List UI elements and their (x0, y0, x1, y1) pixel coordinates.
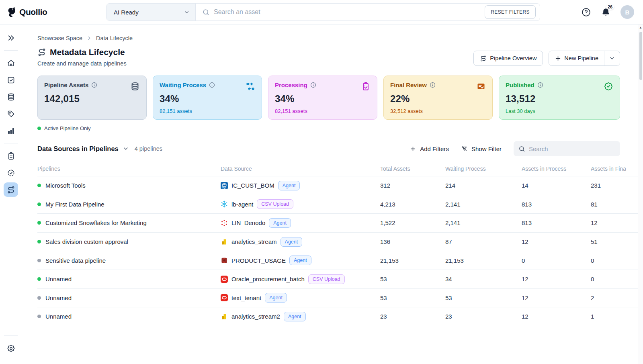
pipelines-count: 4 pipelines (135, 145, 162, 152)
table-row[interactable]: Unnamed text_tenant Agent 53 53 12 2 (37, 289, 643, 308)
status-dot (37, 277, 41, 281)
table-row[interactable]: Unnamed analytics_stream2 Agent 23 23 12… (37, 307, 643, 326)
stat-label: Published (506, 82, 534, 88)
assets-in-process-value: 12 (522, 276, 591, 282)
assets-in-final-value: 81 (591, 201, 626, 208)
chevron-down-icon (123, 145, 129, 152)
source-name: IC_CUST_BOM (231, 182, 274, 189)
waiting-process-value: 23 (445, 313, 522, 320)
sidebar-item-approvals[interactable] (4, 166, 18, 180)
page-title: Metadata Lifecycle (37, 47, 127, 57)
assets-in-final-value: 231 (591, 182, 626, 189)
show-filter-button[interactable]: Show Filter (461, 145, 502, 152)
pipeline-name: Sensitive data pipeline (45, 257, 106, 264)
source-name: PRODUCT_USAGE (231, 257, 286, 264)
snowflake-icon (221, 200, 228, 208)
table-row[interactable]: Microsoft Tools SQL IC_CUST_BOM Agent 31… (37, 176, 643, 195)
help-button[interactable] (581, 7, 591, 17)
stat-card-published[interactable]: Published 13,512 Last 30 days (499, 76, 620, 120)
notifications-button[interactable]: 26 (601, 7, 611, 17)
waiting-process-value: 53 (445, 294, 522, 301)
waiting-process-value: 2,141 (445, 219, 522, 226)
sidebar-item-tags[interactable] (4, 106, 18, 121)
col-assets-in-process: Assets in Process (522, 166, 591, 172)
table-row[interactable]: Customized Snowflakes for Marketing LIN_… (37, 214, 643, 233)
stat-value: 142,015 (44, 93, 140, 104)
stat-sub: Last 30 days (506, 108, 613, 114)
stat-card-processing[interactable]: Processing 34% 82,151 assets (268, 76, 377, 120)
waiting-process-value: 214 (445, 182, 522, 189)
sidebar-expand-button[interactable] (4, 31, 18, 45)
body: Showcase Space Data Lifecycle Metadata L… (0, 25, 643, 364)
table-row[interactable]: My First Data Pipeline lb-agent CSV Uplo… (37, 195, 643, 214)
table-controls: Data Sources in Pipelines 4 pipelines Ad… (37, 141, 620, 156)
gear-icon (7, 344, 15, 353)
sidebar-item-tasks[interactable] (4, 73, 18, 87)
page-title-text: Metadata Lifecycle (50, 47, 125, 57)
sidebar-item-pipelines[interactable] (4, 182, 18, 197)
swap-arrows-icon (246, 82, 255, 91)
info-icon[interactable] (430, 82, 436, 88)
info-icon[interactable] (537, 82, 543, 88)
show-filter-label: Show Filter (471, 145, 502, 152)
table-title-dropdown[interactable]: Data Sources in Pipelines (37, 145, 129, 153)
powerbi-icon (221, 313, 228, 320)
waiting-process-value: 34 (445, 276, 522, 282)
source-badge: Agent (281, 237, 303, 247)
table-search-input[interactable] (529, 145, 615, 152)
source-name: analytics_stream2 (231, 313, 280, 320)
breadcrumb-data-lifecycle[interactable]: Data Lifecycle (96, 35, 133, 41)
add-filters-button[interactable]: Add Filters (410, 145, 449, 152)
sidebar-item-analytics[interactable] (4, 123, 18, 138)
tag-icon (7, 110, 15, 118)
clipboard-check-icon (361, 82, 371, 91)
home-icon (7, 59, 15, 67)
search-input[interactable] (214, 8, 481, 16)
stat-card-final-review[interactable]: Final Review 22% 32,512 assets (383, 76, 493, 120)
reset-filters-button[interactable]: RESET FILTERS (485, 5, 536, 19)
vertical-scrollbar[interactable]: ▲ (638, 25, 643, 364)
new-pipeline-button[interactable]: New Pipeline (549, 51, 604, 65)
table-row[interactable]: Sales division custom approval analytics… (37, 233, 643, 252)
pipeline-overview-button[interactable]: Pipeline Overview (473, 51, 543, 66)
sidebar-item-reports[interactable] (4, 149, 18, 163)
assets-in-process-value: 12 (522, 313, 591, 320)
pipeline-name: Unnamed (45, 313, 72, 320)
stat-sub: 82,151 assets (160, 108, 255, 114)
waiting-process-value: 2,141 (445, 201, 522, 208)
pipeline-name: Microsoft Tools (45, 182, 86, 189)
sidebar-item-home[interactable] (4, 56, 18, 70)
stat-card-pipeline-assets[interactable]: Pipeline Assets 142,015 (37, 76, 147, 120)
source-badge: Agent (284, 312, 306, 321)
scope-select[interactable]: AI Ready (106, 4, 196, 20)
info-icon[interactable] (209, 82, 215, 88)
new-pipeline-menu-button[interactable] (604, 51, 620, 65)
col-assets-in-final-review: Assets in Final Review (591, 166, 626, 172)
user-avatar[interactable]: B (620, 5, 634, 19)
info-icon[interactable] (310, 82, 316, 88)
scroll-up-arrow-icon[interactable]: ▲ (639, 26, 642, 29)
pipelines-table: Pipelines Data Source Total Assets Waiti… (37, 161, 643, 326)
stat-card-waiting-process[interactable]: Waiting Process 34% 82,151 assets (153, 76, 262, 120)
stat-sub: 82,151 assets (275, 108, 371, 114)
stat-label: Processing (275, 82, 307, 88)
stat-value: 22% (390, 93, 486, 104)
quollio-logo[interactable]: Quollio (6, 6, 106, 18)
approval-check-icon (7, 169, 15, 177)
table-body: Microsoft Tools SQL IC_CUST_BOM Agent 31… (37, 176, 643, 326)
assets-in-process-value: 0 (522, 257, 591, 264)
breadcrumb-showcase-space[interactable]: Showcase Space (37, 35, 82, 41)
table-row[interactable]: Sensitive data pipeline PRODUCT_USAGE Ag… (37, 251, 643, 270)
assets-in-final-value: 2 (591, 294, 626, 301)
add-filters-label: Add Filters (420, 145, 449, 152)
bar-chart-icon (7, 127, 15, 135)
sidebar-item-data[interactable] (4, 90, 18, 104)
info-icon[interactable] (91, 82, 97, 88)
table-row[interactable]: Unnamed Oracle_procurement_batch CSV Upl… (37, 270, 643, 289)
search-icon (202, 8, 210, 16)
search-icon (518, 145, 525, 152)
scrollbar-thumb[interactable] (639, 32, 642, 80)
stat-cards: Pipeline Assets 142,015 Waiting Process (37, 76, 620, 120)
sidebar-item-settings[interactable] (4, 341, 18, 356)
plus-icon (410, 145, 416, 152)
